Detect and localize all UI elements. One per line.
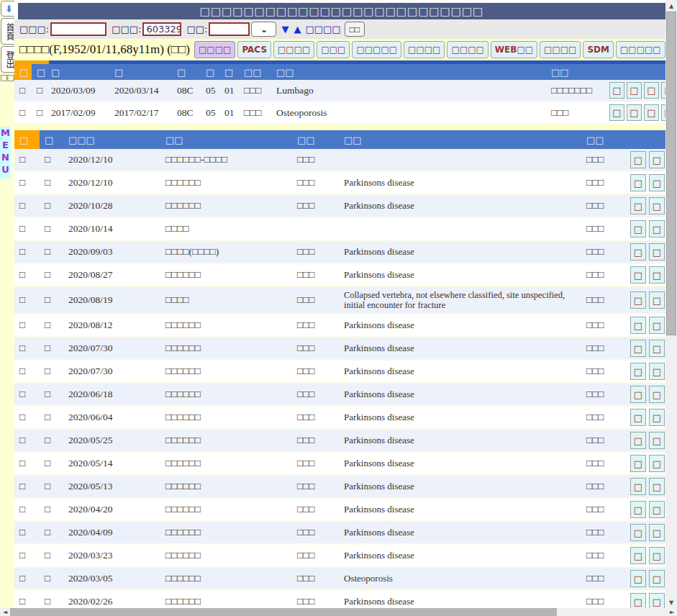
- row-mark-box[interactable]: □: [40, 149, 63, 171]
- row-select-box[interactable]: □: [14, 384, 40, 405]
- row-select-box[interactable]: □: [14, 499, 40, 520]
- row-select-box[interactable]: □: [14, 287, 40, 313]
- row-action-button-1[interactable]: □: [630, 455, 646, 472]
- patient-action-button[interactable]: □□□: [317, 41, 350, 58]
- field1-input[interactable]: [50, 22, 106, 36]
- row-action-button-1[interactable]: □: [630, 317, 646, 334]
- row-select-box[interactable]: □: [14, 218, 40, 240]
- row-action-button-2[interactable]: □: [649, 524, 665, 541]
- scrollbar-down-button[interactable]: ▼: [665, 597, 677, 608]
- row-action-button-1[interactable]: □: [630, 593, 646, 608]
- row-mark-box[interactable]: □: [40, 287, 63, 313]
- row-action-button-2[interactable]: □: [649, 266, 665, 284]
- admissions-header-select[interactable]: □: [14, 64, 32, 80]
- row-action-button-1[interactable]: □: [630, 386, 646, 403]
- chart-number-input[interactable]: [142, 22, 181, 36]
- row-mark-box[interactable]: □: [40, 361, 63, 382]
- row-action-button-1[interactable]: □: [630, 266, 646, 284]
- row-select-box[interactable]: □: [14, 591, 40, 608]
- row-action-button-3[interactable]: □: [644, 104, 659, 121]
- row-action-button-1[interactable]: □: [630, 220, 646, 237]
- row-action-button-2[interactable]: □: [649, 340, 665, 357]
- row-action-button-1[interactable]: □: [630, 524, 646, 541]
- row-action-button-2[interactable]: □: [649, 197, 665, 214]
- row-mark-box[interactable]: □: [40, 568, 63, 589]
- row-action-button-3[interactable]: □: [644, 82, 659, 99]
- row-mark-box[interactable]: □: [40, 195, 63, 217]
- search-button[interactable]: □□: [345, 22, 365, 37]
- patient-action-button[interactable]: PACS: [237, 41, 271, 58]
- field3-dropdown[interactable]: ⌄: [251, 22, 276, 37]
- vertical-scrollbar[interactable]: ▲ ▼: [665, 0, 677, 608]
- row-action-button-2[interactable]: □: [649, 151, 665, 168]
- row-action-button-1[interactable]: □: [630, 501, 646, 518]
- row-select-box[interactable]: □: [14, 407, 40, 428]
- row-select-box[interactable]: □: [14, 545, 40, 566]
- row-action-button-2[interactable]: □: [649, 174, 665, 191]
- patient-action-button[interactable]: SDM: [583, 41, 614, 58]
- row-select-box[interactable]: □: [14, 172, 40, 194]
- scrollbar-left-button[interactable]: ◄: [0, 608, 10, 616]
- row-action-button-2[interactable]: □: [649, 386, 665, 403]
- visits-header-select[interactable]: □: [14, 130, 40, 149]
- field3-input[interactable]: [209, 22, 250, 36]
- row-select-box[interactable]: □: [14, 568, 40, 589]
- row-select-box[interactable]: □: [14, 476, 40, 497]
- row-action-button-1[interactable]: □: [630, 340, 646, 357]
- row-action-button-1[interactable]: □: [630, 174, 646, 191]
- sort-descending-icon[interactable]: ▼: [281, 24, 288, 35]
- row-mark-box[interactable]: □: [40, 545, 63, 566]
- menu-toggle[interactable]: MENU: [0, 127, 11, 178]
- row-select-box[interactable]: □: [14, 102, 32, 123]
- row-action-button-2[interactable]: □: [649, 220, 665, 237]
- row-action-button-2[interactable]: □: [649, 317, 665, 334]
- row-action-button-1[interactable]: □: [630, 291, 646, 309]
- row-action-button-2[interactable]: □: [649, 409, 665, 426]
- sort-ascending-icon[interactable]: ▲: [294, 24, 301, 35]
- patient-action-button[interactable]: □□□□: [404, 41, 445, 58]
- row-select-box[interactable]: □: [14, 195, 40, 217]
- row-select-box[interactable]: □: [14, 241, 40, 263]
- row-mark-box[interactable]: □: [40, 476, 63, 497]
- row-select-box[interactable]: □: [14, 430, 40, 451]
- horizontal-scrollbar[interactable]: ◄ ►: [0, 608, 677, 616]
- row-select-box[interactable]: □: [14, 453, 40, 474]
- row-mark-box[interactable]: □: [40, 430, 63, 451]
- row-mark-box[interactable]: □: [40, 407, 63, 428]
- row-action-button-1[interactable]: □: [630, 432, 646, 449]
- row-action-button-1[interactable]: □: [630, 197, 646, 214]
- horizontal-scrollbar-thumb[interactable]: [10, 608, 557, 616]
- row-action-button-2[interactable]: □: [627, 104, 642, 121]
- row-select-box[interactable]: □: [14, 80, 32, 101]
- row-action-button-1[interactable]: □: [609, 104, 624, 121]
- row-action-button-1[interactable]: □: [630, 151, 646, 168]
- row-select-box[interactable]: □: [14, 338, 40, 359]
- row-action-button-2[interactable]: □: [627, 82, 642, 99]
- scrollbar-up-button[interactable]: ▲: [665, 0, 677, 12]
- row-action-button-1[interactable]: □: [630, 409, 646, 426]
- vertical-scrollbar-thumb[interactable]: [666, 12, 676, 335]
- patient-action-button[interactable]: WEB□□: [491, 41, 537, 58]
- row-action-button-2[interactable]: □: [649, 455, 665, 472]
- row-select-box[interactable]: □: [14, 314, 40, 336]
- row-mark-box[interactable]: □: [40, 522, 63, 543]
- row-action-button-1[interactable]: □: [630, 547, 646, 564]
- row-mark-box[interactable]: □: [32, 80, 46, 101]
- patient-action-button[interactable]: □□□□□: [616, 41, 665, 58]
- row-mark-box[interactable]: □: [40, 338, 63, 359]
- row-select-box[interactable]: □: [14, 149, 40, 171]
- row-action-button-1[interactable]: □: [630, 243, 646, 261]
- row-action-button-2[interactable]: □: [649, 570, 665, 587]
- row-mark-box[interactable]: □: [32, 102, 46, 123]
- row-action-button-2[interactable]: □: [649, 243, 665, 261]
- row-action-button-2[interactable]: □: [649, 478, 665, 495]
- row-action-button-2[interactable]: □: [649, 432, 665, 449]
- row-action-button-1[interactable]: □: [630, 478, 646, 495]
- row-select-box[interactable]: □: [14, 361, 40, 382]
- patient-action-button[interactable]: □□□□: [273, 41, 314, 58]
- row-mark-box[interactable]: □: [40, 218, 63, 240]
- row-action-button-2[interactable]: □: [649, 363, 665, 380]
- row-mark-box[interactable]: □: [40, 264, 63, 286]
- row-mark-box[interactable]: □: [40, 591, 63, 608]
- row-action-button-2[interactable]: □: [649, 547, 665, 564]
